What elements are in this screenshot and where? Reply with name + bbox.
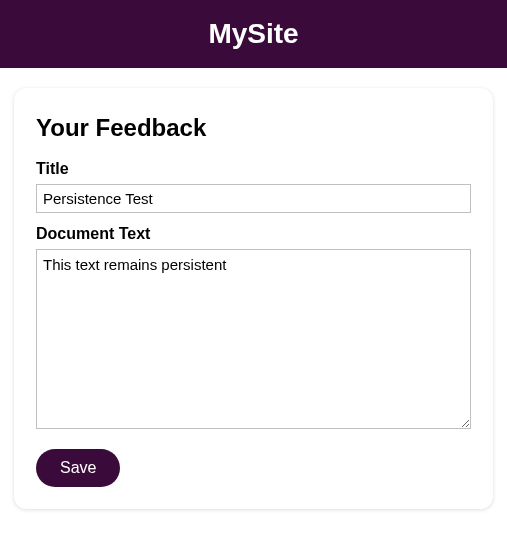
document-text-label: Document Text <box>36 225 471 243</box>
title-label: Title <box>36 160 471 178</box>
document-text-textarea[interactable]: This text remains persistent <box>36 249 471 429</box>
form-heading: Your Feedback <box>36 114 471 142</box>
save-button[interactable]: Save <box>36 449 120 487</box>
feedback-card: Your Feedback Title Document Text This t… <box>14 88 493 509</box>
site-title: MySite <box>0 18 507 50</box>
title-input[interactable] <box>36 184 471 213</box>
site-header: MySite <box>0 0 507 68</box>
